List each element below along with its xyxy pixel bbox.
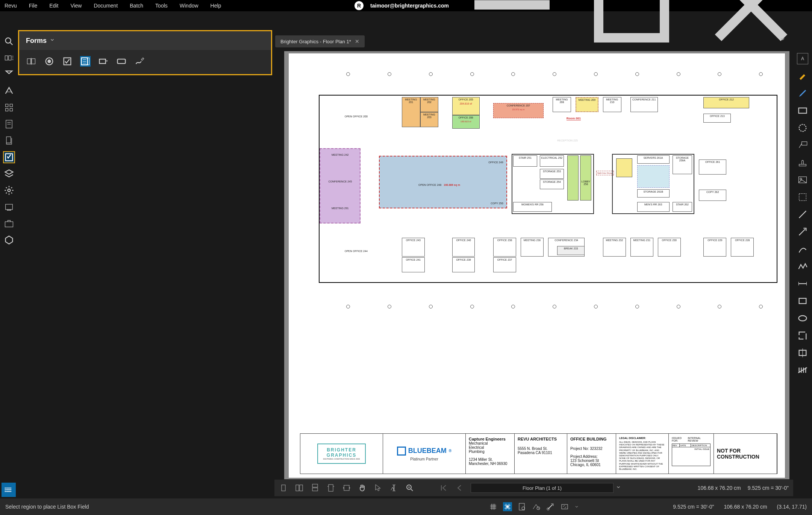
select-icon[interactable] <box>374 483 383 492</box>
dimension-icon[interactable] <box>797 278 808 289</box>
building-outline: MEETING 201 MEETING 202 MEETING 203 OFFI… <box>319 95 777 283</box>
fit-page-icon[interactable] <box>326 483 335 492</box>
page-scale: 9.525 cm = 30'-0" <box>748 485 789 491</box>
status-scale: 9.525 cm = 30'-0" <box>673 504 714 510</box>
line-icon[interactable] <box>797 209 808 220</box>
checkbox-icon[interactable] <box>62 56 73 67</box>
prev-page-icon[interactable] <box>455 483 464 492</box>
continuous-icon[interactable] <box>311 483 320 492</box>
svg-rect-12 <box>6 104 8 107</box>
list-panel-icon[interactable] <box>2 483 16 497</box>
arrow-icon[interactable] <box>797 226 808 237</box>
svg-point-29 <box>5 489 6 491</box>
links-icon[interactable] <box>4 235 14 245</box>
revu-architects-cell: REVU ARCHITECTS 5555 N. Broad St. Pasade… <box>515 434 567 474</box>
side-by-side-icon[interactable] <box>295 483 304 492</box>
menu-revu[interactable]: Revu <box>5 3 17 9</box>
chevron-down-icon[interactable] <box>50 37 55 44</box>
document-tab[interactable]: Brighter Graphics - Floor Plan 1* ✕ <box>275 35 365 47</box>
bookmark-icon[interactable] <box>4 69 14 80</box>
stamp-icon[interactable] <box>797 157 808 168</box>
svg-point-97 <box>537 507 540 510</box>
text-select-icon[interactable] <box>389 483 398 492</box>
button-field-icon[interactable] <box>116 56 127 67</box>
first-page-icon[interactable] <box>439 483 448 492</box>
pen-icon[interactable] <box>797 88 808 99</box>
signature-field-icon[interactable] <box>134 56 145 67</box>
svg-rect-42 <box>100 59 106 64</box>
polyline-icon[interactable] <box>797 261 808 272</box>
list-box-icon[interactable] <box>80 56 91 67</box>
svg-rect-6 <box>5 56 8 60</box>
svg-rect-51 <box>799 194 806 201</box>
count-icon[interactable] <box>797 365 808 375</box>
studio-icon[interactable] <box>4 202 14 212</box>
sync-icon[interactable] <box>560 502 569 511</box>
pan-icon[interactable] <box>358 483 367 492</box>
snap-icon[interactable] <box>503 502 512 511</box>
grid-icon[interactable] <box>489 502 498 511</box>
cloud-plus-icon[interactable] <box>797 348 808 358</box>
radio-button-icon[interactable] <box>44 56 55 67</box>
text-field-icon[interactable] <box>26 56 36 67</box>
markup-icon[interactable] <box>4 86 14 96</box>
svg-rect-32 <box>32 59 35 64</box>
user-email[interactable]: taimoor@brightergraphics.com <box>370 3 449 9</box>
sets-icon[interactable] <box>4 135 14 146</box>
menu-edit[interactable]: Edit <box>49 3 58 9</box>
menu-file[interactable]: File <box>29 3 38 9</box>
textbox-icon[interactable] <box>797 105 808 116</box>
callout-icon[interactable] <box>797 140 808 150</box>
forms-panel-title[interactable]: Forms <box>26 37 47 45</box>
page-dropdown-icon[interactable] <box>616 485 621 491</box>
tab-close-icon[interactable]: ✕ <box>355 38 359 44</box>
legal-disclaimer-cell: LEGAL DISCLAIMER: ALL IDEAS, DESIGNS, AN… <box>616 434 669 474</box>
svg-line-53 <box>799 229 805 235</box>
briefcase-icon[interactable] <box>4 218 14 229</box>
svg-rect-14 <box>6 108 8 111</box>
snap-content-icon[interactable] <box>517 502 526 511</box>
floor-plan: MEETING 201 MEETING 202 MEETING 203 OFFI… <box>319 61 777 347</box>
forms-icon[interactable] <box>4 152 14 163</box>
reuse-icon[interactable] <box>546 502 555 511</box>
settings-icon[interactable] <box>4 185 14 196</box>
menu-document[interactable]: Document <box>94 3 118 9</box>
layers-icon[interactable] <box>4 169 14 179</box>
tab-dropdown-icon[interactable] <box>780 36 786 44</box>
fit-width-icon[interactable] <box>342 483 351 492</box>
document-viewport[interactable]: MEETING 201 MEETING 202 MEETING 203 OFFI… <box>284 51 789 479</box>
page-selector[interactable]: Floor Plan (1 of 1) <box>471 483 614 493</box>
ellipse-icon[interactable] <box>797 313 808 324</box>
single-page-icon[interactable] <box>279 483 288 492</box>
menu-batch[interactable]: Batch <box>130 3 143 9</box>
svg-rect-57 <box>799 298 806 304</box>
zoom-icon[interactable] <box>405 483 414 492</box>
menu-tools[interactable]: Tools <box>155 3 168 9</box>
svg-rect-15 <box>10 108 12 111</box>
cloud-icon[interactable] <box>797 123 808 133</box>
svg-rect-46 <box>802 142 807 145</box>
profile-a-icon[interactable]: A <box>797 53 808 64</box>
reception-label: RECEPTION 225 <box>557 139 577 142</box>
svg-rect-48 <box>799 164 806 166</box>
thumbnails-icon[interactable] <box>4 53 14 63</box>
snap-markup-icon[interactable] <box>532 502 541 511</box>
menu-view[interactable]: View <box>70 3 82 9</box>
search-icon[interactable] <box>4 36 14 47</box>
polygon-icon[interactable] <box>797 330 808 341</box>
sync-dropdown-icon[interactable] <box>574 502 579 511</box>
image-icon[interactable] <box>797 175 808 185</box>
snapshot-icon[interactable] <box>797 192 808 202</box>
highlighter-icon[interactable] <box>797 71 808 81</box>
dropdown-icon[interactable] <box>98 56 109 67</box>
toolchest-icon[interactable] <box>4 102 14 113</box>
svg-line-5 <box>11 43 13 45</box>
room-001-annotation: Room 001 <box>567 117 581 120</box>
arc-icon[interactable] <box>797 244 808 254</box>
menu-window[interactable]: Window <box>180 3 198 9</box>
rectangle-icon[interactable] <box>797 296 808 306</box>
properties-icon[interactable] <box>4 119 14 129</box>
svg-point-94 <box>506 506 509 508</box>
menu-help[interactable]: Help <box>211 3 221 9</box>
app-logo-icon: R <box>354 1 364 10</box>
